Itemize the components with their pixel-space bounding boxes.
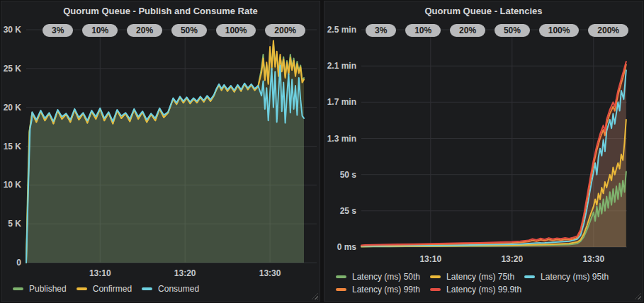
y-tick-label: 2.5 min [327,25,356,35]
legend: Latency (ms) 50thLatency (ms) 75thLatenc… [336,272,644,295]
legend-label: Latency (ms) 50th [352,272,420,282]
panel-latencies: Quorum Queue - Latencies 3%10%20%50%100%… [324,1,643,302]
legend-label: Consumed [158,284,199,294]
series-color-swatch [524,275,535,278]
legend-item-latency-ms-75th[interactable]: Latency (ms) 75th [430,272,514,282]
legend-item-latency-ms-95th[interactable]: Latency (ms) 95th [524,272,609,282]
annotation-pill[interactable]: 200% [588,24,628,37]
time-series-plot[interactable]: 30 K25 K20 K15 K10 K5 K013:1013:2013:30 [1,1,321,302]
series-color-swatch [336,275,346,278]
annotation-pill[interactable]: 3% [43,24,73,37]
legend-label: Confirmed [93,284,132,294]
legend-label: Latency (ms) 99.9th [446,285,521,295]
legend-item-latency-ms-99.9th[interactable]: Latency (ms) 99.9th [430,285,521,295]
legend-item-latency-ms-99th[interactable]: Latency (ms) 99th [336,285,420,295]
legend-label: Latency (ms) 75th [446,272,514,282]
legend-item-published[interactable]: Published [13,284,67,294]
series-color-swatch [430,275,441,278]
annotation-pill[interactable]: 50% [495,24,530,37]
legend-label: Latency (ms) 95th [541,272,609,282]
y-tick-label: 10 K [4,180,22,190]
y-tick-label: 25 s [340,206,357,216]
y-tick-label: 0 ms [337,242,357,252]
legend-label: Published [29,284,67,294]
series-area-latency-ms-99.9th [361,62,626,247]
legend-item-confirmed[interactable]: Confirmed [77,284,132,294]
x-tick-label: 13:30 [259,268,281,278]
y-tick-label: 30 K [4,25,22,35]
legend-item-latency-ms-50th[interactable]: Latency (ms) 50th [336,272,420,282]
legend: PublishedConfirmedConsumed [13,284,209,294]
y-tick-label: 15 K [4,142,22,152]
series-color-swatch [13,287,23,290]
panel-publish-consume-rate: Quorum Queue - Publish and Consume Rate … [1,1,320,302]
annotation-pill[interactable]: 10% [405,24,441,37]
annotation-pill[interactable]: 3% [366,24,396,37]
y-tick-label: 0 [16,258,21,268]
series-color-swatch [430,288,441,291]
annotation-pill[interactable]: 100% [216,24,256,37]
annotation-pill[interactable]: 20% [127,24,162,37]
series-color-swatch [77,287,87,290]
annotation-pill[interactable]: 10% [82,24,118,37]
x-tick-label: 13:10 [419,254,441,264]
legend-item-consumed[interactable]: Consumed [142,284,199,294]
y-tick-label: 1.7 min [327,97,356,107]
y-tick-label: 5 K [8,219,21,229]
series-color-swatch [142,287,152,290]
y-tick-label: 25 K [4,64,22,74]
y-tick-label: 1.3 min [327,134,356,144]
x-tick-label: 13:30 [582,254,604,264]
x-tick-label: 13:20 [174,268,196,278]
x-tick-label: 13:20 [501,254,523,264]
annotation-pill[interactable]: 200% [265,24,305,37]
time-series-plot[interactable]: 2.5 min2.1 min1.7 min1.3 min50 s25 s0 ms… [324,1,644,302]
x-tick-label: 13:10 [89,268,111,278]
series-color-swatch [336,288,346,291]
y-tick-label: 2.1 min [327,61,356,71]
annotation-row: 3%10%20%50%100%200% [366,24,628,37]
y-tick-label: 50 s [340,170,357,180]
annotation-pill[interactable]: 20% [450,24,485,37]
annotation-pill[interactable]: 100% [539,24,580,37]
legend-label: Latency (ms) 99th [352,285,420,295]
annotation-row: 3%10%20%50%100%200% [43,24,305,37]
y-tick-label: 20 K [4,103,22,113]
annotation-pill[interactable]: 50% [171,24,207,37]
